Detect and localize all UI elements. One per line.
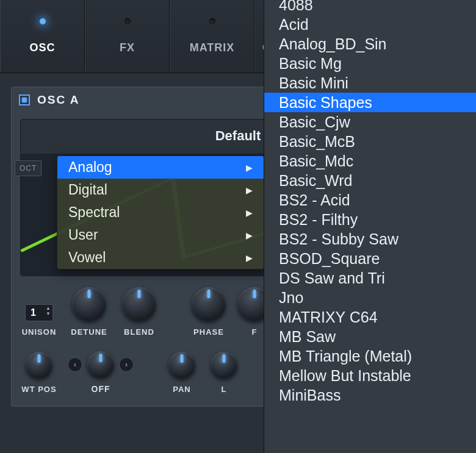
panel-title: OSC A (37, 93, 79, 107)
submenu-item[interactable]: MATRIXY C64 (264, 307, 476, 327)
submenu-arrow-icon: ▶ (246, 230, 253, 240)
tab-led-icon (209, 18, 215, 24)
submenu-item[interactable]: DS Saw and Tri (264, 268, 476, 288)
chevron-down-icon[interactable]: ▼ (46, 312, 51, 316)
tab-matrix[interactable]: MATRIX (170, 0, 254, 73)
submenu-item[interactable]: BS2 - Acid (264, 190, 476, 210)
menu-item-spectral[interactable]: Spectral ▶ (57, 201, 264, 224)
submenu-item[interactable]: Basic_Cjw (264, 112, 476, 132)
menu-item-digital[interactable]: Digital ▶ (57, 179, 264, 201)
submenu-item[interactable]: Basic_McB (264, 132, 476, 151)
submenu-item[interactable]: BSOD_Square (264, 249, 476, 268)
submenu-item[interactable]: BS2 - Subby Saw (264, 229, 476, 249)
knob-label: BLEND (124, 327, 154, 337)
knob-label: PAN (173, 385, 190, 394)
wtpos-group: WT POS (18, 352, 60, 394)
detune-group: DETUNE (68, 287, 110, 337)
level-knob[interactable] (211, 352, 237, 379)
submenu-item[interactable]: 4088 (264, 0, 476, 15)
level-group: L (211, 352, 237, 394)
tab-led-icon (124, 18, 131, 24)
phase-group: PHASE (187, 287, 230, 337)
chevron-up-icon[interactable]: ▲ (46, 306, 51, 311)
menu-item-label: Vowel (68, 249, 106, 266)
octave-chip[interactable]: OCT (15, 160, 41, 176)
submenu-item[interactable]: BS2 - Filthy (264, 210, 476, 229)
unison-voices-spinner[interactable]: 1 ▲ ▼ (25, 304, 53, 321)
blend-knob[interactable] (122, 287, 156, 321)
wavetable-submenu: 4088 Acid Analog_BD_Sin Basic Mg Basic M… (264, 0, 476, 453)
tab-label: OSC (29, 41, 55, 54)
warp-prev-button[interactable]: ‹ (68, 357, 82, 372)
submenu-item[interactable]: MiniBass (264, 385, 476, 405)
knob-label: DETUNE (71, 327, 107, 337)
submenu-arrow-icon: ▶ (246, 163, 253, 173)
menu-item-analog[interactable]: Analog ▶ (57, 156, 264, 179)
pan-group: PAN (160, 352, 203, 394)
detune-knob[interactable] (72, 287, 106, 321)
submenu-item[interactable]: Basic_Wrd (264, 171, 476, 190)
unison-value: 1 (31, 307, 36, 318)
knob-label: UNISON (22, 327, 57, 337)
submenu-item[interactable]: Mellow But Instable (264, 366, 476, 385)
tab-osc[interactable]: OSC (0, 0, 85, 73)
knob-label: F (252, 327, 258, 337)
warp-knob[interactable] (87, 351, 114, 378)
submenu-item[interactable]: Basic Mini (264, 73, 476, 93)
menu-item-label: Analog (68, 159, 112, 176)
osc-power-button[interactable] (19, 95, 30, 105)
tab-led-icon (40, 18, 46, 24)
submenu-item[interactable]: Basic Shapes (264, 93, 476, 112)
power-led-icon (22, 98, 27, 102)
warp-mode-label[interactable]: OFF (92, 384, 110, 394)
submenu-item[interactable]: Analog_BD_Sin (264, 34, 476, 54)
submenu-item[interactable]: MB Triangle (Metal) (264, 346, 476, 366)
submenu-item[interactable]: Acid (264, 15, 476, 34)
knob-label: L (222, 385, 227, 394)
submenu-item[interactable]: MB Saw (264, 327, 476, 346)
menu-item-label: User (68, 227, 98, 243)
blend-group: BLEND (118, 287, 160, 337)
unison-group: 1 ▲ ▼ UNISON (18, 304, 60, 337)
wavetable-category-menu: Analog ▶ Digital ▶ Spectral ▶ User ▶ Vow… (57, 155, 264, 269)
tab-fx[interactable]: FX (85, 0, 170, 73)
submenu-arrow-icon: ▶ (246, 185, 253, 195)
pan-knob[interactable] (168, 352, 195, 379)
menu-item-label: Spectral (68, 204, 120, 221)
warp-next-button[interactable]: › (119, 357, 134, 372)
knob-label: PHASE (193, 327, 224, 337)
knob-label: WT POS (21, 385, 56, 394)
submenu-arrow-icon: ▶ (246, 253, 253, 263)
phase-knob[interactable] (192, 287, 226, 321)
tab-label: MATRIX (190, 41, 235, 54)
menu-item-user[interactable]: User ▶ (57, 224, 264, 246)
menu-item-label: Digital (68, 182, 107, 198)
submenu-item[interactable]: Basic Mg (264, 54, 476, 73)
tab-label: FX (120, 41, 135, 54)
submenu-item[interactable]: Jno (264, 288, 476, 307)
submenu-arrow-icon: ▶ (246, 208, 253, 218)
submenu-item[interactable]: Basic_Mdc (264, 151, 476, 171)
wtpos-knob[interactable] (26, 352, 52, 379)
menu-item-vowel[interactable]: Vowel ▶ (57, 246, 264, 269)
